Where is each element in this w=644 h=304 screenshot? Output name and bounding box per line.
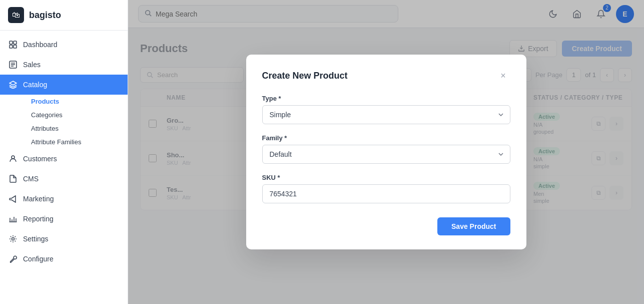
person-icon: [8, 154, 18, 164]
modal-footer: Save Product: [262, 217, 510, 235]
sidebar-nav: Dashboard Sales Catalog Products Categor…: [0, 31, 128, 304]
sidebar-item-attributes[interactable]: Attributes: [23, 122, 128, 135]
svg-rect-1: [14, 41, 17, 44]
family-label: Family *: [262, 134, 510, 142]
sidebar-item-settings-label: Settings: [23, 235, 49, 243]
file-icon: [8, 174, 18, 184]
tool-icon: [8, 254, 18, 264]
svg-point-9: [12, 156, 15, 159]
create-product-modal: Create New Product × Type * Simple Confi…: [246, 55, 526, 249]
sidebar-item-settings[interactable]: Settings: [0, 229, 128, 249]
sku-input[interactable]: [262, 184, 510, 203]
layers-icon: [8, 80, 18, 90]
main-area: 2 E Products Export Create Product: [128, 0, 644, 304]
sku-label: SKU *: [262, 174, 510, 181]
modal-close-button[interactable]: ×: [496, 69, 510, 83]
family-form-group: Family * Default: [262, 134, 510, 164]
sidebar-item-marketing[interactable]: Marketing: [0, 189, 128, 209]
logo-icon: 🛍: [8, 7, 24, 23]
svg-marker-8: [10, 81, 17, 85]
type-select[interactable]: Simple Configurable Virtual Grouped Down…: [262, 105, 510, 124]
sidebar-item-categories[interactable]: Categories: [23, 108, 128, 122]
modal-title: Create New Product: [262, 71, 348, 81]
svg-rect-3: [14, 45, 17, 48]
sidebar-item-reporting-label: Reporting: [23, 215, 54, 223]
sidebar-item-configure[interactable]: Configure: [0, 249, 128, 269]
sidebar-item-catalog[interactable]: Catalog: [0, 75, 128, 95]
sidebar-item-dashboard-label: Dashboard: [23, 41, 58, 49]
type-label: Type *: [262, 95, 510, 102]
sidebar-item-customers-label: Customers: [23, 155, 57, 163]
chart-icon: [8, 214, 18, 224]
logo-text: bagisto: [29, 10, 61, 21]
sidebar-item-configure-label: Configure: [23, 255, 54, 263]
save-product-button[interactable]: Save Product: [437, 217, 510, 235]
sidebar-item-marketing-label: Marketing: [23, 195, 54, 203]
tag-icon: [8, 60, 18, 70]
sidebar-item-catalog-label: Catalog: [23, 81, 47, 89]
svg-point-15: [12, 238, 15, 240]
sidebar-item-reporting[interactable]: Reporting: [0, 209, 128, 229]
sidebar-item-customers[interactable]: Customers: [0, 149, 128, 169]
modal-overlay: Create New Product × Type * Simple Confi…: [128, 0, 644, 304]
sidebar-item-dashboard[interactable]: Dashboard: [0, 35, 128, 55]
sidebar: 🛍 bagisto Dashboard Sales: [0, 0, 128, 304]
modal-header: Create New Product ×: [262, 69, 510, 83]
gear-icon: [8, 234, 18, 244]
catalog-submenu: Products Categories Attributes Attribute…: [0, 95, 128, 149]
sidebar-item-attribute-families[interactable]: Attribute Families: [23, 135, 128, 149]
sidebar-item-sales-label: Sales: [23, 61, 41, 69]
sidebar-item-products[interactable]: Products: [23, 95, 128, 108]
svg-rect-2: [10, 45, 13, 48]
sku-form-group: SKU *: [262, 174, 510, 203]
type-form-group: Type * Simple Configurable Virtual Group…: [262, 95, 510, 124]
sidebar-logo[interactable]: 🛍 bagisto: [0, 0, 128, 31]
megaphone-icon: [8, 194, 18, 204]
svg-rect-0: [10, 41, 13, 44]
family-select[interactable]: Default: [262, 145, 510, 164]
sidebar-item-sales[interactable]: Sales: [0, 55, 128, 75]
grid-icon: [8, 40, 18, 50]
sidebar-item-cms-label: CMS: [23, 175, 39, 183]
sidebar-item-cms[interactable]: CMS: [0, 169, 128, 189]
